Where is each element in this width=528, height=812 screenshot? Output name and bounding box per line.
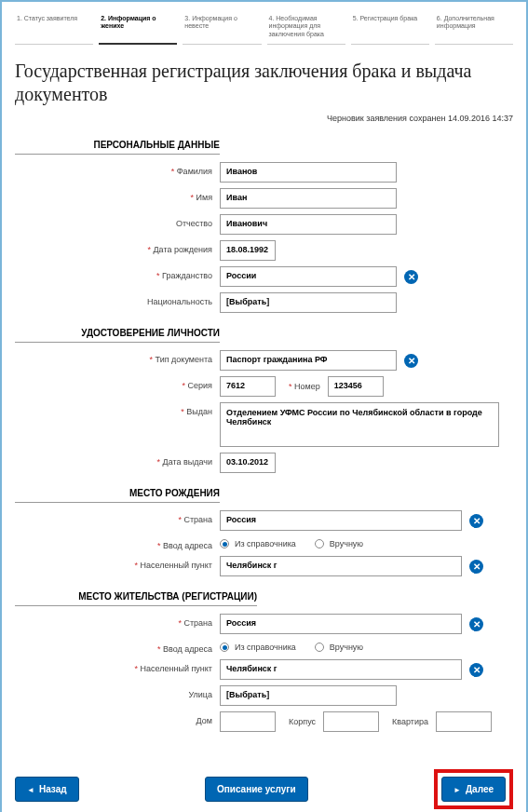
section-birthplace: МЕСТО РОЖДЕНИЯ (15, 482, 220, 503)
back-button-label: Назад (39, 784, 67, 794)
res-locality-select[interactable]: Челябинск г (220, 659, 462, 680)
series-input[interactable]: 7612 (220, 376, 276, 397)
surname-input[interactable]: Иванов (220, 162, 397, 183)
label-birth-addr-input: Ввод адреса (15, 536, 220, 550)
birth-addr-radio-manual-label: Вручную (330, 539, 363, 548)
house-input[interactable] (220, 711, 276, 732)
section-personal: ПЕРСОНАЛЬНЫЕ ДАННЫЕ (15, 134, 220, 155)
issued-by-input[interactable]: Отделением УФМС России по Челябинской об… (220, 402, 499, 447)
next-button-label: Далее (466, 784, 494, 794)
label-res-country: Страна (15, 614, 220, 628)
name-input[interactable]: Иван (220, 188, 397, 209)
step-3[interactable]: 3. Информация о невесте (183, 11, 261, 45)
label-name: Имя (15, 188, 220, 202)
citizenship-select[interactable]: России (220, 266, 397, 287)
label-patronymic: Отчество (15, 214, 220, 228)
clear-birth-country-icon[interactable] (469, 514, 483, 528)
arrow-right-icon (454, 784, 461, 794)
flat-input[interactable] (436, 711, 492, 732)
res-addr-radio-manual-label: Вручную (330, 643, 363, 652)
label-block: Корпус (279, 717, 319, 726)
step-5[interactable]: 5. Регистрация брака (351, 11, 429, 45)
step-6[interactable]: 6. Дополнительная информация (435, 11, 513, 45)
block-input[interactable] (323, 711, 379, 732)
nationality-select[interactable]: [Выбрать] (220, 292, 397, 313)
section-identity: УДОСТОВЕРЕНИЕ ЛИЧНОСТИ (15, 322, 220, 343)
label-house: Дом (15, 711, 220, 725)
number-input[interactable]: 123456 (328, 376, 384, 397)
next-button[interactable]: Далее (441, 777, 506, 802)
birth-addr-radio-directory[interactable] (220, 539, 229, 548)
birth-addr-radio-directory-label: Из справочника (235, 539, 296, 548)
label-birth-country: Страна (15, 510, 220, 524)
clear-birth-locality-icon[interactable] (469, 560, 483, 574)
clear-res-country-icon[interactable] (469, 617, 483, 631)
footer-buttons: Назад Описание услуги Далее (15, 769, 513, 809)
res-addr-radio-directory-label: Из справочника (235, 643, 296, 652)
wizard-steps: 1. Статус заявителя 2. Информация о жени… (15, 11, 513, 45)
clear-citizenship-icon[interactable] (404, 270, 418, 284)
label-birth-locality: Населенный пункт (15, 556, 220, 570)
step-4[interactable]: 4. Необходимая информация для заключения… (267, 11, 345, 45)
draft-saved-note: Черновик заявления сохранен 14.09.2016 1… (15, 114, 513, 123)
back-button[interactable]: Назад (15, 777, 79, 802)
step-1[interactable]: 1. Статус заявителя (15, 11, 93, 45)
label-birthdate: Дата рождения (15, 240, 220, 254)
birthdate-input[interactable]: 18.08.1992 (220, 240, 276, 261)
label-issued-by: Выдан (15, 402, 220, 416)
service-description-button[interactable]: Описание услуги (205, 777, 308, 802)
next-highlight: Далее (434, 769, 513, 809)
section-residence: МЕСТО ЖИТЕЛЬСТВА (РЕГИСТРАЦИИ) (15, 586, 257, 606)
label-res-locality: Населенный пункт (15, 659, 220, 673)
label-number: Номер (279, 382, 324, 391)
label-citizenship: Гражданство (15, 266, 220, 280)
label-issue-date: Дата выдачи (15, 453, 220, 467)
birth-addr-radio-manual[interactable] (315, 539, 324, 548)
label-res-street: Улица (15, 685, 220, 699)
clear-res-locality-icon[interactable] (469, 663, 483, 677)
label-series: Серия (15, 376, 220, 390)
clear-doctype-icon[interactable] (404, 354, 418, 368)
issue-date-input[interactable]: 03.10.2012 (220, 453, 276, 473)
birth-country-select[interactable]: Россия (220, 510, 462, 531)
label-nationality: Национальность (15, 292, 220, 306)
label-surname: Фамилия (15, 162, 220, 176)
birth-locality-select[interactable]: Челябинск г (220, 556, 462, 576)
page-title: Государственная регистрация заключения б… (15, 60, 513, 106)
arrow-left-icon (27, 784, 34, 794)
label-flat: Квартира (383, 717, 432, 726)
patronymic-input[interactable]: Иванович (220, 214, 397, 235)
res-country-select[interactable]: Россия (220, 614, 462, 634)
doctype-select[interactable]: Паспорт гражданина РФ (220, 350, 397, 371)
res-street-select[interactable]: [Выбрать] (220, 685, 397, 706)
label-doctype: Тип документа (15, 350, 220, 364)
res-addr-radio-manual[interactable] (315, 643, 324, 652)
service-description-label: Описание услуги (217, 784, 296, 794)
label-res-addr-input: Ввод адреса (15, 640, 220, 654)
form-page: 1. Статус заявителя 2. Информация о жени… (0, 0, 528, 812)
step-2[interactable]: 2. Информация о женихе (99, 11, 177, 45)
res-addr-radio-directory[interactable] (220, 643, 229, 652)
